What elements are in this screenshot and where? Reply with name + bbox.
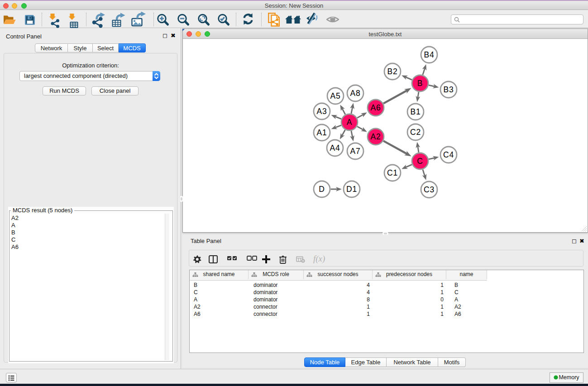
svg-text:A5: A5	[330, 91, 340, 100]
svg-text:A2: A2	[370, 132, 381, 141]
svg-text:A: A	[347, 118, 352, 127]
svg-text:A1: A1	[316, 128, 327, 137]
svg-text:B2: B2	[387, 67, 397, 76]
svg-text:B: B	[417, 79, 423, 88]
svg-text:A8: A8	[350, 89, 360, 98]
svg-text:B4: B4	[424, 50, 434, 59]
svg-text:B1: B1	[410, 107, 421, 116]
svg-text:C3: C3	[424, 185, 435, 194]
svg-text:f(x): f(x)	[313, 255, 325, 264]
svg-text:C2: C2	[410, 128, 421, 137]
svg-text:C4: C4	[443, 150, 454, 159]
svg-text:A4: A4	[330, 143, 340, 152]
svg-text:B3: B3	[443, 85, 454, 94]
svg-text:A3: A3	[316, 107, 327, 116]
svg-text:C: C	[417, 157, 423, 166]
svg-text:C1: C1	[387, 168, 398, 177]
svg-text:A7: A7	[350, 147, 360, 156]
svg-text:D1: D1	[346, 185, 357, 194]
svg-text:D: D	[319, 185, 325, 194]
svg-text:A6: A6	[370, 103, 381, 112]
